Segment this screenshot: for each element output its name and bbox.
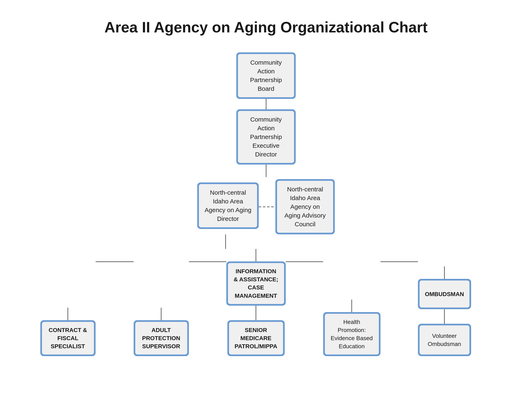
director-label: North-central Idaho Area Agency on Aging…: [199, 184, 257, 227]
senior-node: SENIOR MEDICARE PATROL/MIPPA: [227, 320, 285, 356]
director-down: [225, 234, 226, 249]
hline-3: [286, 261, 323, 262]
contract-col: CONTRACT & FISCAL SPECIALIST: [40, 308, 95, 356]
info-to-senior-line: [256, 306, 256, 320]
board-label: Community Action Partnership Board: [238, 54, 294, 97]
page-title: Area II Agency on Aging Organizational C…: [104, 19, 428, 36]
director-node: North-central Idaho Area Agency on Aging…: [197, 182, 259, 229]
hline-4: [380, 261, 418, 262]
dashed-connector: [259, 207, 275, 207]
volunteer-node: Volunteer Ombudsman: [418, 324, 471, 356]
hline-2: [189, 261, 226, 262]
ombudsman-col: OMBUDSMAN Volunteer Ombudsman: [418, 266, 471, 356]
exec-node: Community Action Partnership Executive D…: [236, 109, 296, 164]
health-vline-top: [352, 300, 352, 312]
info-node: INFORMATION & ASSISTANCE; CASE MANAGEMEN…: [226, 261, 286, 306]
exec-to-director-line: [266, 164, 266, 177]
director-row: North-central Idaho Area Agency on Aging…: [197, 177, 335, 234]
adult-vline-top: [161, 308, 162, 320]
adult-col: ADULT PROTECTION SUPERVISOR: [134, 308, 189, 356]
board-node: Community Action Partnership Board: [236, 52, 296, 99]
ombudsman-label: OMBUDSMAN: [419, 280, 469, 307]
ombudsman-node: OMBUDSMAN: [418, 279, 471, 309]
exec-branch: Community Action Partnership Executive D…: [236, 109, 296, 177]
contract-label: CONTRACT & FISCAL SPECIALIST: [42, 322, 94, 355]
info-vline-top: [256, 249, 256, 261]
contract-node: CONTRACT & FISCAL SPECIALIST: [40, 320, 95, 356]
ombudsman-vline-top: [444, 266, 445, 279]
director-branch: North-central Idaho Area Agency on Aging…: [197, 182, 259, 229]
advisory-label: North-central Idaho Area Agency on Aging…: [277, 181, 333, 233]
director-to-children-line: [225, 234, 226, 249]
volunteer-label: Volunteer Ombudsman: [419, 325, 469, 354]
adult-node: ADULT PROTECTION SUPERVISOR: [134, 320, 189, 356]
board-branch: Community Action Partnership Board: [236, 52, 296, 109]
health-col: Health Promotion: Evidence Based Educati…: [323, 300, 380, 356]
adult-label: ADULT PROTECTION SUPERVISOR: [135, 322, 187, 355]
children-section: CONTRACT & FISCAL SPECIALIST ADULT PROTE…: [51, 249, 482, 356]
children-top-row: CONTRACT & FISCAL SPECIALIST ADULT PROTE…: [40, 249, 471, 356]
exec-label: Community Action Partnership Executive D…: [238, 111, 294, 163]
contract-vline-top: [67, 308, 68, 320]
health-label: Health Promotion: Evidence Based Educati…: [325, 314, 379, 355]
senior-label: SENIOR MEDICARE PATROL/MIPPA: [229, 322, 283, 355]
hline-1: [96, 261, 134, 262]
org-chart: Community Action Partnership Board Commu…: [38, 52, 494, 356]
advisory-node: North-central Idaho Area Agency on Aging…: [275, 179, 335, 234]
health-node: Health Promotion: Evidence Based Educati…: [323, 312, 380, 356]
info-label: INFORMATION & ASSISTANCE; CASE MANAGEMEN…: [228, 263, 284, 304]
board-to-exec-line: [266, 99, 266, 109]
ombudsman-to-volunteer-line: [444, 309, 445, 324]
info-col: INFORMATION & ASSISTANCE; CASE MANAGEMEN…: [226, 249, 286, 356]
